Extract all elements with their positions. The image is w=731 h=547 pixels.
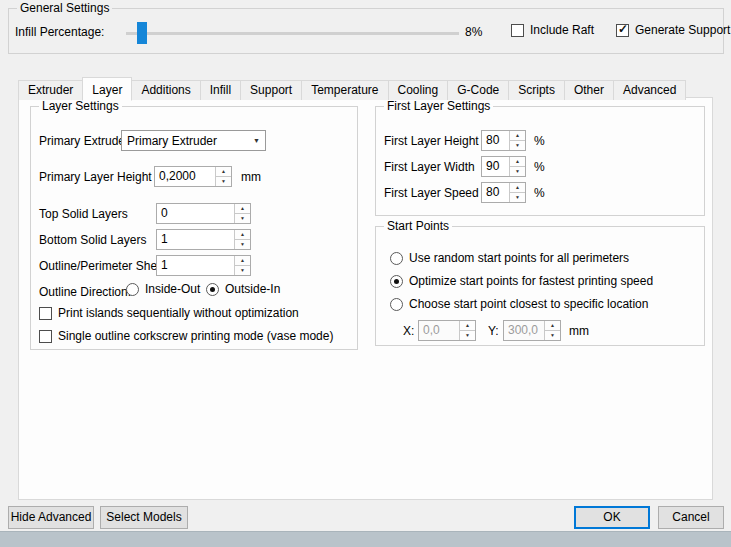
start-points-title: Start Points <box>384 219 452 233</box>
first-layer-width-label: First Layer Width <box>384 160 475 174</box>
outline-direction-outside-in-radio[interactable]: Outside-In <box>206 282 280 296</box>
spinner-down-icon[interactable]: ▼ <box>216 177 231 186</box>
spinner-up-icon[interactable]: ▲ <box>460 321 475 331</box>
radio-icon[interactable] <box>390 298 403 311</box>
spinner-up-icon[interactable]: ▲ <box>235 256 250 266</box>
tab-scripts[interactable]: Scripts <box>508 80 565 100</box>
spinner-down-icon[interactable]: ▼ <box>510 193 525 202</box>
inside-out-label: Inside-Out <box>145 282 200 296</box>
radio-icon[interactable] <box>390 252 403 265</box>
primary-layer-height-spinner[interactable]: 0,2000 ▲▼ <box>154 166 232 187</box>
print-islands-box-icon[interactable] <box>39 307 52 320</box>
tab-additions[interactable]: Additions <box>131 80 200 100</box>
start-x-spinner[interactable]: 0,0 ▲▼ <box>418 320 476 341</box>
spinner-arrows[interactable]: ▲▼ <box>459 321 475 340</box>
first-layer-width-spinner[interactable]: 90 ▲▼ <box>481 156 526 177</box>
include-raft-checkbox[interactable]: Include Raft <box>511 23 594 37</box>
first-layer-settings-group: First Layer Settings First Layer Height … <box>375 106 705 216</box>
hide-advanced-button[interactable]: Hide Advanced <box>8 506 94 529</box>
infill-slider-track[interactable] <box>126 32 459 35</box>
spinner-arrows[interactable]: ▲▼ <box>234 230 250 249</box>
tab-cooling[interactable]: Cooling <box>388 80 449 100</box>
tab-advanced[interactable]: Advanced <box>613 80 686 100</box>
vase-mode-checkbox[interactable]: Single outline corkscrew printing mode (… <box>39 329 333 343</box>
first-layer-speed-spinner[interactable]: 80 ▲▼ <box>481 182 526 203</box>
layer-settings-title: Layer Settings <box>39 99 122 113</box>
infill-percentage-label: Infill Percentage: <box>15 25 104 39</box>
spinner-up-icon[interactable]: ▲ <box>510 183 525 193</box>
select-models-button[interactable]: Select Models <box>100 506 188 529</box>
primary-extruder-dropdown[interactable]: Primary Extruder ▼ <box>121 130 266 151</box>
outline-direction-label: Outline Direction: <box>39 285 131 299</box>
vase-mode-box-icon[interactable] <box>39 330 52 343</box>
settings-dialog: General Settings Infill Percentage: 8% I… <box>0 0 731 531</box>
spinner-arrows[interactable]: ▲▼ <box>234 256 250 275</box>
first-layer-speed-unit: % <box>534 186 545 200</box>
spinner-down-icon[interactable]: ▼ <box>235 240 250 249</box>
radio-icon[interactable] <box>126 283 139 296</box>
vase-mode-label: Single outline corkscrew printing mode (… <box>58 329 333 343</box>
start-xy-unit: mm <box>569 324 589 338</box>
start-y-label: Y: <box>488 324 499 338</box>
tab-layer[interactable]: Layer <box>82 77 132 101</box>
dropdown-arrow-icon[interactable]: ▼ <box>248 137 265 144</box>
print-islands-checkbox[interactable]: Print islands sequentially without optim… <box>39 306 299 320</box>
spinner-down-icon[interactable]: ▼ <box>510 141 525 150</box>
spinner-up-icon[interactable]: ▲ <box>510 131 525 141</box>
general-settings-group: General Settings Infill Percentage: 8% I… <box>8 8 724 54</box>
outline-shells-spinner[interactable]: 1 ▲▼ <box>156 255 251 276</box>
infill-percentage-value: 8% <box>465 25 482 39</box>
start-points-optimize-radio[interactable]: Optimize start points for fastest printi… <box>390 274 653 288</box>
spinner-up-icon[interactable]: ▲ <box>545 321 560 331</box>
start-points-location-radio[interactable]: Choose start point closest to specific l… <box>390 297 648 311</box>
generate-support-checkbox[interactable]: Generate Support <box>616 23 730 37</box>
bottom-solid-layers-spinner[interactable]: 1 ▲▼ <box>156 229 251 250</box>
spinner-arrows[interactable]: ▲▼ <box>509 183 525 202</box>
radio-selected-icon[interactable] <box>390 275 403 288</box>
spinner-up-icon[interactable]: ▲ <box>510 157 525 167</box>
include-raft-box-icon[interactable] <box>511 24 524 37</box>
tab-temperature[interactable]: Temperature <box>301 80 388 100</box>
settings-tab-bar: Extruder Layer Additions Infill Support … <box>18 77 685 100</box>
spinner-up-icon[interactable]: ▲ <box>216 167 231 177</box>
first-layer-width-unit: % <box>534 160 545 174</box>
ok-button[interactable]: OK <box>574 506 650 529</box>
tab-gcode[interactable]: G-Code <box>447 80 509 100</box>
spinner-down-icon[interactable]: ▼ <box>545 331 560 340</box>
generate-support-box-icon[interactable] <box>616 24 629 37</box>
print-islands-label: Print islands sequentially without optim… <box>58 306 299 320</box>
spinner-arrows[interactable]: ▲▼ <box>234 204 250 223</box>
tab-other[interactable]: Other <box>564 80 614 100</box>
first-layer-height-label: First Layer Height <box>384 134 479 148</box>
outside-in-label: Outside-In <box>225 282 280 296</box>
primary-layer-height-value: 0,2000 <box>155 167 215 186</box>
generate-support-label: Generate Support <box>635 23 730 37</box>
spinner-up-icon[interactable]: ▲ <box>235 204 250 214</box>
start-y-value: 300,0 <box>504 321 544 340</box>
tab-infill[interactable]: Infill <box>200 80 241 100</box>
spinner-down-icon[interactable]: ▼ <box>235 266 250 275</box>
first-layer-height-spinner[interactable]: 80 ▲▼ <box>481 130 526 151</box>
outline-direction-inside-out-radio[interactable]: Inside-Out <box>126 282 200 296</box>
cancel-button[interactable]: Cancel <box>658 506 724 529</box>
spinner-up-icon[interactable]: ▲ <box>235 230 250 240</box>
start-points-random-radio[interactable]: Use random start points for all perimete… <box>390 251 629 265</box>
tab-support[interactable]: Support <box>240 80 302 100</box>
spinner-arrows[interactable]: ▲▼ <box>509 157 525 176</box>
tab-extruder[interactable]: Extruder <box>18 80 83 100</box>
start-points-location-label: Choose start point closest to specific l… <box>409 297 648 311</box>
radio-selected-icon[interactable] <box>206 283 219 296</box>
spinner-arrows[interactable]: ▲▼ <box>544 321 560 340</box>
spinner-down-icon[interactable]: ▼ <box>460 331 475 340</box>
spinner-down-icon[interactable]: ▼ <box>510 167 525 176</box>
spinner-arrows[interactable]: ▲▼ <box>509 131 525 150</box>
top-solid-layers-label: Top Solid Layers <box>39 207 128 221</box>
start-y-spinner[interactable]: 300,0 ▲▼ <box>503 320 561 341</box>
spinner-down-icon[interactable]: ▼ <box>235 214 250 223</box>
first-layer-settings-title: First Layer Settings <box>384 99 493 113</box>
spinner-arrows[interactable]: ▲▼ <box>215 167 231 186</box>
top-solid-layers-spinner[interactable]: 0 ▲▼ <box>156 203 251 224</box>
primary-extruder-value: Primary Extruder <box>122 134 248 148</box>
start-x-value: 0,0 <box>419 321 459 340</box>
infill-slider-handle[interactable] <box>137 22 147 44</box>
